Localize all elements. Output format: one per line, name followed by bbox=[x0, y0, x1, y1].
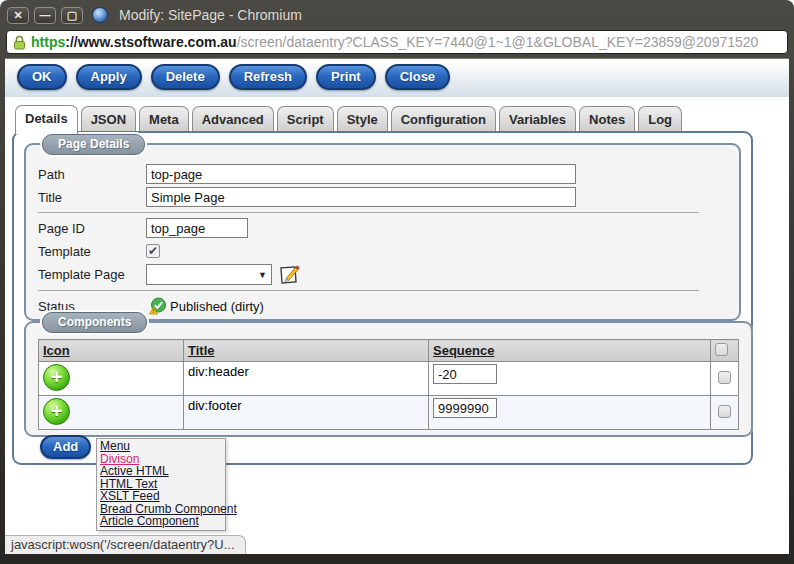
path-label: Path bbox=[38, 167, 146, 182]
menu-item-article-component[interactable]: Article Component bbox=[100, 515, 222, 528]
template-label: Template bbox=[38, 244, 146, 259]
title-input[interactable] bbox=[146, 187, 576, 207]
details-tab-panel: Page Details Path Title Page ID Template bbox=[12, 131, 753, 465]
path-input[interactable] bbox=[146, 164, 576, 184]
title-field-row: Title bbox=[38, 187, 727, 207]
template-page-label: Template Page bbox=[38, 267, 146, 282]
path-field-row: Path bbox=[38, 164, 727, 184]
maximize-window-button[interactable]: ▢ bbox=[61, 7, 83, 24]
page-details-fieldset: Page Details Path Title Page ID Template bbox=[24, 143, 741, 321]
tab-script[interactable]: Script bbox=[277, 106, 334, 131]
page-id-field-row: Page ID bbox=[38, 218, 727, 238]
published-status-icon: ! bbox=[149, 297, 167, 315]
edit-icon[interactable] bbox=[279, 264, 300, 285]
component-row-header: + div:header bbox=[39, 362, 739, 396]
template-page-field-row: Template Page ▼ bbox=[38, 264, 727, 285]
apply-button[interactable]: Apply bbox=[76, 64, 142, 90]
components-legend: Components bbox=[42, 312, 147, 333]
tab-notes[interactable]: Notes bbox=[579, 106, 635, 131]
minimize-window-button[interactable]: — bbox=[34, 7, 56, 24]
url-scheme: https bbox=[31, 34, 65, 50]
field-separator bbox=[38, 212, 699, 213]
chevron-down-icon: ▼ bbox=[258, 270, 267, 280]
browser-window: ✕ — ▢ Modify: SitePage - Chromium https:… bbox=[0, 0, 794, 564]
url-text: https://www.stsoftware.com.au/screen/dat… bbox=[31, 34, 758, 50]
component-title-2: div:footer bbox=[184, 396, 429, 430]
url-bar-row: https://www.stsoftware.com.au/screen/dat… bbox=[5, 28, 789, 58]
tab-details[interactable]: Details bbox=[15, 105, 78, 134]
title-label: Title bbox=[38, 190, 146, 205]
add-row: Add Menu Divison Active HTML HTML Text X… bbox=[38, 435, 739, 461]
components-table: Icon Title Sequence + div:header + div:f… bbox=[38, 339, 739, 430]
add-button[interactable]: Add bbox=[40, 435, 91, 459]
page-id-label: Page ID bbox=[38, 221, 146, 236]
page-id-input[interactable] bbox=[146, 218, 248, 238]
icon-column-header[interactable]: Icon bbox=[39, 340, 184, 362]
delete-button[interactable]: Delete bbox=[151, 64, 220, 90]
tab-json[interactable]: JSON bbox=[81, 106, 136, 131]
tab-meta[interactable]: Meta bbox=[139, 106, 189, 131]
add-dropdown-menu: Menu Divison Active HTML HTML Text XSLT … bbox=[96, 438, 226, 531]
template-checkbox[interactable]: ✔ bbox=[146, 244, 160, 258]
print-button[interactable]: Print bbox=[316, 64, 376, 90]
title-column-header[interactable]: Title bbox=[184, 340, 429, 362]
action-toolbar: OK Apply Delete Refresh Print Close bbox=[5, 59, 789, 97]
tab-advanced[interactable]: Advanced bbox=[192, 106, 274, 131]
menu-item-xslt-feed[interactable]: XSLT Feed bbox=[100, 490, 222, 503]
components-fieldset: Components Icon Title Sequence + div:hea… bbox=[24, 321, 753, 437]
add-component-icon[interactable]: + bbox=[43, 364, 70, 391]
refresh-button[interactable]: Refresh bbox=[229, 64, 307, 90]
tab-style[interactable]: Style bbox=[337, 106, 388, 131]
select-all-header-cell bbox=[711, 340, 739, 362]
url-bar[interactable]: https://www.stsoftware.com.au/screen/dat… bbox=[6, 30, 788, 54]
component-title: div:header bbox=[184, 362, 429, 396]
sequence-column-header[interactable]: Sequence bbox=[429, 340, 711, 362]
add-component-icon-2[interactable]: + bbox=[43, 398, 70, 425]
url-path: /screen/dataentry?CLASS_KEY=7440@1~1@1&G… bbox=[237, 34, 759, 50]
tab-log[interactable]: Log bbox=[638, 106, 682, 131]
close-window-button[interactable]: ✕ bbox=[7, 7, 29, 24]
status-value: Published (dirty) bbox=[170, 299, 264, 314]
tab-bar: Details JSON Meta Advanced Script Style … bbox=[5, 97, 789, 131]
menu-item-active-html[interactable]: Active HTML bbox=[100, 465, 222, 478]
close-button[interactable]: Close bbox=[385, 64, 450, 90]
tab-configuration[interactable]: Configuration bbox=[391, 106, 496, 131]
tab-variables[interactable]: Variables bbox=[499, 106, 576, 131]
window-title-bar: ✕ — ▢ Modify: SitePage - Chromium bbox=[5, 0, 789, 28]
padlock-icon bbox=[13, 35, 26, 50]
row-checkbox-2[interactable] bbox=[718, 405, 731, 418]
ok-button[interactable]: OK bbox=[17, 64, 67, 90]
chromium-icon bbox=[92, 7, 108, 23]
svg-text:!: ! bbox=[153, 308, 155, 314]
select-all-checkbox[interactable] bbox=[715, 343, 728, 356]
status-tooltip: javascript:wosn('/screen/dataentry?U... bbox=[5, 535, 246, 554]
menu-item-menu[interactable]: Menu bbox=[100, 440, 222, 453]
row-checkbox[interactable] bbox=[718, 371, 731, 384]
page-content: OK Apply Delete Refresh Print Close Deta… bbox=[5, 58, 789, 554]
sequence-input-footer[interactable] bbox=[433, 398, 497, 418]
url-host: ://www.stsoftware.com.au bbox=[65, 34, 236, 50]
component-row-footer: + div:footer bbox=[39, 396, 739, 430]
window-title: Modify: SitePage - Chromium bbox=[119, 7, 302, 23]
template-page-select[interactable]: ▼ bbox=[146, 264, 272, 285]
components-header-row: Icon Title Sequence bbox=[39, 340, 739, 362]
sequence-input-header[interactable] bbox=[433, 364, 497, 384]
field-separator-2 bbox=[38, 290, 699, 291]
template-field-row: Template ✔ bbox=[38, 241, 727, 261]
page-details-legend: Page Details bbox=[42, 134, 145, 155]
